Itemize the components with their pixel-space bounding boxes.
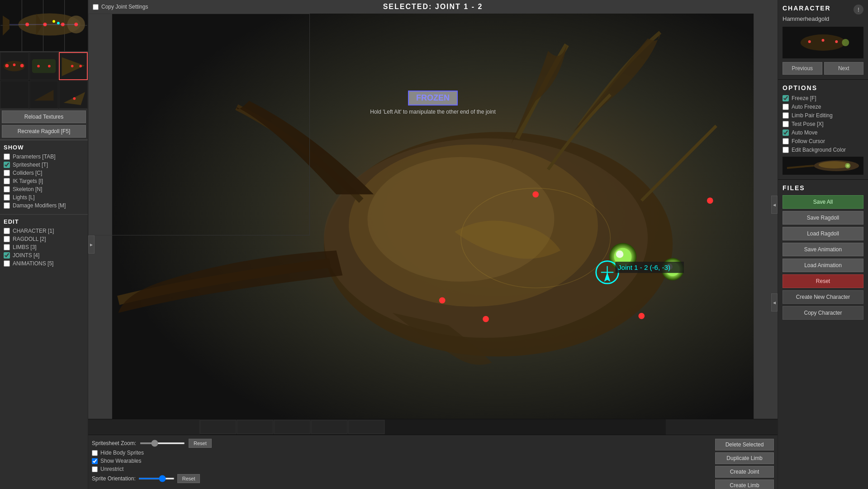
svg-marker-5 [3,15,9,35]
auto-move-checkbox[interactable] [783,129,789,136]
svg-point-21 [37,65,40,67]
edit-ragdoll-checkbox[interactable] [4,236,10,242]
follow-cursor-checkbox[interactable] [783,138,789,144]
svg-point-59 [801,34,845,51]
sprite-cell-2[interactable] [29,52,58,80]
duplicate-limb-button[interactable]: Duplicate Limb [715,452,774,464]
reset-button[interactable]: Reset [783,274,863,288]
orientation-row: Sprite Orientation: Reset [92,474,212,483]
show-ik-checkbox[interactable] [4,178,10,184]
svg-rect-54 [237,420,273,434]
edit-ragdoll[interactable]: RAGDOLL [2] [4,236,84,242]
svg-rect-55 [274,420,310,434]
svg-point-28 [73,97,76,100]
options-section: OPTIONS Freeze [F] Auto Freeze Limb Pair… [778,80,868,180]
bottom-actions: Delete Selected Duplicate Limb Create Jo… [715,439,774,489]
show-spritesheet: Spritesheet [T] [4,162,84,168]
show-wearables-row: Show Wearables [92,458,212,464]
limb-pair-label: Limb Pair Editing [792,112,833,119]
left-collapse-arrow[interactable]: ► [88,235,95,254]
svg-point-61 [822,39,825,42]
right-collapse-arrow-bottom[interactable]: ◄ [771,293,778,312]
show-ik-label: IK Targets [I] [13,178,43,184]
edit-joints[interactable]: JOINTS [4] [4,252,84,259]
svg-text:Joint 1 - 2 (-6, -3): Joint 1 - 2 (-6, -3) [618,264,670,271]
svg-point-14 [57,22,60,24]
test-pose-checkbox[interactable] [783,121,789,127]
edit-limbs-checkbox[interactable] [4,244,10,250]
sprite-cell-3-active[interactable] [59,52,88,80]
unrestrict-checkbox[interactable] [92,466,98,472]
next-button[interactable]: Next [824,62,864,75]
edit-joints-checkbox[interactable] [4,252,10,259]
sprite-cell-6[interactable] [59,81,88,109]
show-title: SHOW [4,144,84,151]
show-parameters-label: Parameters [TAB] [13,153,55,160]
options-title: OPTIONS [783,84,863,91]
zoom-row: Spritesheet Zoom: Reset [92,439,212,448]
svg-point-13 [52,20,55,23]
show-lights-checkbox[interactable] [4,194,10,201]
edit-limbs[interactable]: LIMBS [3] [4,244,84,250]
save-animation-button[interactable]: Save Animation [783,243,863,256]
orientation-slider[interactable] [138,478,175,479]
character-name: Hammerheadgold [783,15,863,22]
save-ragdoll-button[interactable]: Save Ragdoll [783,211,863,225]
edit-joints-label: JOINTS [4] [13,252,39,259]
svg-rect-57 [348,420,384,434]
svg-point-36 [616,250,624,258]
svg-point-19 [20,64,24,67]
limb-pair-checkbox[interactable] [783,112,789,119]
edit-character-checkbox[interactable] [4,228,10,234]
info-icon[interactable]: ! [854,5,863,14]
load-ragdoll-button[interactable]: Load Ragdoll [783,227,863,240]
show-parameters-checkbox[interactable] [4,153,10,160]
show-colliders-checkbox[interactable] [4,170,10,176]
main-sprite-preview[interactable] [0,0,88,52]
create-new-character-button[interactable]: Create New Character [783,290,863,304]
show-wearables-checkbox[interactable] [92,458,98,464]
load-animation-button[interactable]: Load Animation [783,259,863,272]
zoom-slider[interactable] [140,442,185,444]
show-damage-label: Damage Modifiers [M] [13,202,66,209]
delete-selected-button[interactable]: Delete Selected [715,439,774,451]
bottom-controls: Spritesheet Zoom: Reset Hide Body Sprite… [92,439,212,483]
options-preview [783,157,863,175]
show-damage-checkbox[interactable] [4,202,10,209]
freeze-checkbox[interactable] [783,95,789,101]
edit-bg-color-checkbox[interactable] [783,147,789,153]
hide-body-sprites-checkbox[interactable] [92,450,98,456]
sprite-cell-1[interactable] [0,52,29,80]
svg-point-63 [842,39,849,46]
zoom-reset-button[interactable]: Reset [189,439,212,448]
unrestrict-row: Unrestrict [92,466,212,472]
reload-textures-button[interactable]: Reload Textures [2,110,86,123]
show-lights-label: Lights [L] [13,194,35,201]
orientation-reset-button[interactable]: Reset [177,474,200,483]
svg-point-45 [707,197,713,204]
auto-freeze-checkbox[interactable] [783,104,789,110]
sprite-cell-4[interactable] [0,81,29,109]
creature-area[interactable]: FROZEN Hold 'Left Alt' to manipulate the… [88,14,778,419]
option-limb-pair-editing: Limb Pair Editing [783,112,863,119]
svg-point-41 [483,316,489,322]
save-all-button[interactable]: Save All [783,195,863,209]
edit-title: EDIT [4,218,84,225]
svg-rect-56 [311,420,347,434]
copy-joint-settings-row: Copy Joint Settings [93,4,148,10]
edit-character[interactable]: CHARACTER [1] [4,228,84,234]
show-skeleton-checkbox[interactable] [4,186,10,192]
copy-joint-settings-checkbox[interactable] [93,4,99,10]
sprite-cell-5[interactable] [29,81,58,109]
show-spritesheet-checkbox[interactable] [4,162,10,168]
copy-joint-settings-label: Copy Joint Settings [101,4,148,10]
right-collapse-arrow-top[interactable]: ◄ [771,196,778,214]
create-limb-button[interactable]: Create Limb [715,479,774,489]
copy-character-button[interactable]: Copy Character [783,306,863,320]
edit-animations[interactable]: ANIMATIONS [5] [4,260,84,267]
edit-animations-checkbox[interactable] [4,260,10,267]
character-preview [783,27,863,58]
create-joint-button[interactable]: Create Joint [715,466,774,478]
previous-button[interactable]: Previous [783,62,822,75]
recreate-ragdoll-button[interactable]: Recreate Ragdoll [F5] [2,125,86,138]
